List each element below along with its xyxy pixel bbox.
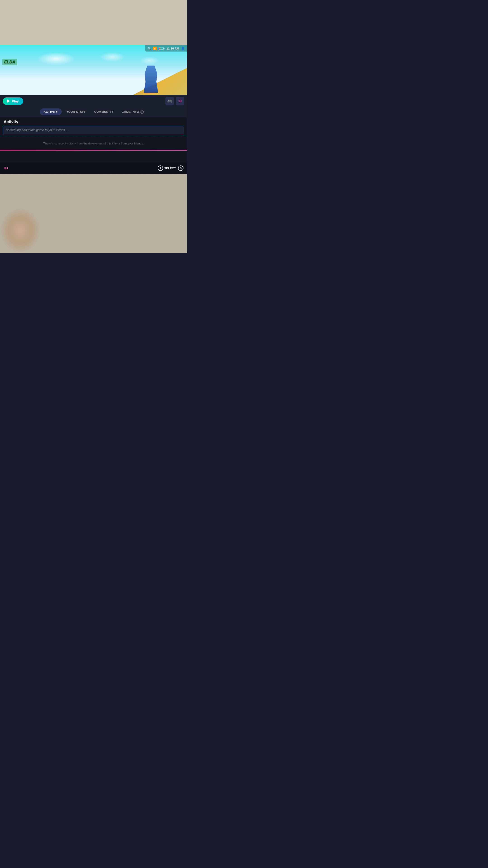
wifi-icon: 📶 — [153, 46, 157, 50]
select-label: SELECT — [164, 166, 176, 170]
bottom-bar: NU A SELECT B — [0, 162, 187, 174]
info-icon: ? — [140, 110, 144, 114]
play-icon — [7, 99, 10, 103]
select-hint: A SELECT — [158, 165, 176, 171]
game-ui-panel: Play 🎮 ⚙ ACTIVITY YOUR STUFF COMMUNITY G… — [0, 95, 187, 174]
menu-label: NU — [4, 166, 8, 170]
play-label: Play — [12, 99, 19, 103]
button-hints: A SELECT B — [158, 165, 184, 171]
fabric-background-top — [0, 0, 187, 45]
navigation-tabs: ACTIVITY YOUR STUFF COMMUNITY GAME INFO … — [0, 107, 187, 117]
control-bar: Play 🎮 ⚙ — [0, 95, 187, 107]
post-input[interactable]: something about this game to your friend… — [3, 126, 184, 134]
section-divider — [0, 135, 187, 136]
back-hint: B — [178, 165, 184, 171]
content-area: Activity something about this game to yo… — [0, 117, 187, 162]
hand-overlay — [0, 208, 41, 253]
a-button[interactable]: A — [158, 165, 163, 171]
user-icon[interactable]: 👤 — [181, 46, 185, 50]
game-logo: ELDA — [2, 59, 17, 65]
no-activity-message: There's no recent activity from the deve… — [0, 137, 187, 150]
settings-icon: ⚙ — [178, 98, 182, 103]
settings-button[interactable]: ⚙ — [176, 97, 184, 105]
status-bar: 🔍 📶 11:29 AM 👤 — [145, 45, 187, 52]
tab-activity[interactable]: ACTIVITY — [40, 108, 62, 115]
battery-indicator — [159, 47, 164, 50]
gamepad-icon: 🎮 — [167, 98, 172, 103]
tab-community[interactable]: COMMUNITY — [91, 109, 117, 115]
b-button[interactable]: B — [178, 165, 184, 171]
system-time: 11:29 AM — [166, 47, 179, 50]
tab-your-stuff[interactable]: YOUR STUFF — [63, 109, 90, 115]
fabric-background-bottom — [0, 174, 187, 253]
pink-accent-bar — [0, 150, 187, 151]
logo-text: ELDA — [4, 60, 15, 64]
section-title: Activity — [0, 117, 187, 126]
banner-clouds — [0, 50, 187, 68]
game-banner: ELDA 🔍 📶 11:29 AM 👤 — [0, 45, 187, 95]
play-button[interactable]: Play — [3, 97, 23, 105]
post-placeholder: something about this game to your friend… — [6, 128, 68, 132]
right-icon-group: 🎮 ⚙ — [165, 97, 184, 105]
gamepad-button[interactable]: 🎮 — [165, 97, 174, 105]
search-icon[interactable]: 🔍 — [147, 46, 151, 50]
tab-game-info[interactable]: GAME INFO ? — [118, 109, 147, 115]
